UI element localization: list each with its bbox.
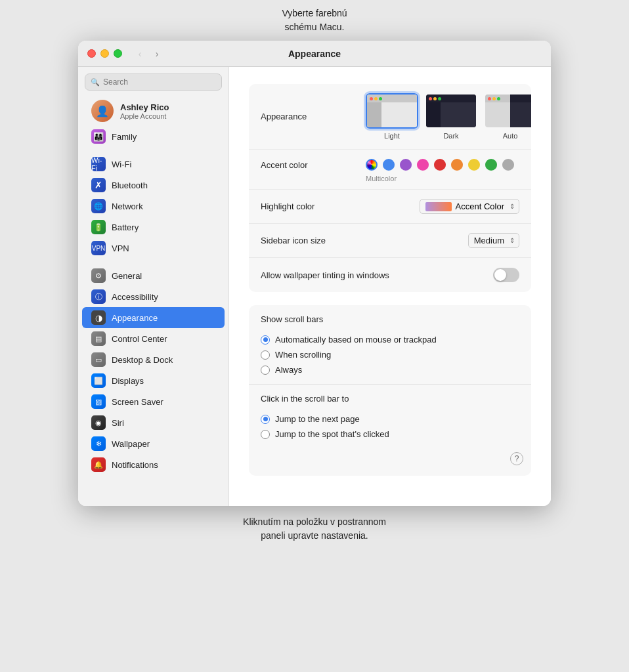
help-button[interactable]: ? (510, 452, 523, 465)
appearance-dark-label: Dark (443, 132, 458, 140)
radio-clicked-text: Jump to the spot that's clicked (275, 429, 389, 439)
sidebar-item-label: Wallpaper (112, 439, 150, 449)
titlebar: ‹ › Appearance (78, 41, 551, 67)
accent-color-control: Multicolor (366, 159, 519, 182)
sidebar-icon-size-control: Medium (366, 233, 519, 248)
accent-orange[interactable] (451, 159, 463, 171)
radio-always[interactable]: Always (261, 365, 519, 375)
sidebar-icon-size-value: Medium (474, 236, 504, 245)
maximize-button[interactable] (114, 49, 122, 58)
sidebar-item-label: Family (112, 132, 137, 142)
radio-when-scrolling[interactable]: When scrolling (261, 350, 519, 360)
radio-clicked-spot[interactable]: Jump to the spot that's clicked (261, 429, 519, 439)
sidebar-item-bluetooth[interactable]: ✗ Bluetooth (82, 175, 225, 196)
traffic-lights (87, 49, 122, 58)
appearance-option-light[interactable]: Light (366, 93, 418, 140)
sidebar-item-desktop-dock[interactable]: ▭ Desktop & Dock (82, 349, 225, 370)
tl-red (488, 97, 491, 100)
screen-saver-icon: ▨ (91, 394, 106, 409)
user-section[interactable]: 👤 Ashley Rico Apple Account (82, 96, 225, 126)
sidebar-item-general[interactable]: ⚙ General (82, 265, 225, 286)
sidebar-item-vpn[interactable]: VPN VPN (82, 238, 225, 259)
wallpaper-tinting-control (389, 268, 519, 282)
titlebar-nav: ‹ › (133, 47, 164, 61)
accent-green[interactable] (485, 159, 497, 171)
back-button[interactable]: ‹ (133, 47, 147, 61)
close-button[interactable] (87, 49, 96, 58)
sidebar-item-label: Appearance (112, 313, 158, 323)
accent-purple[interactable] (400, 159, 412, 171)
tl-green (379, 97, 382, 100)
sidebar-item-label: Siri (112, 418, 124, 428)
accent-blue[interactable] (383, 159, 395, 171)
tl-yellow (433, 97, 437, 100)
sidebar-item-displays[interactable]: ⬜ Displays (82, 370, 225, 391)
sidebar-item-screen-saver[interactable]: ▨ Screen Saver (82, 391, 225, 412)
highlight-color-value: Accent Color (456, 201, 504, 211)
sidebar-item-accessibility[interactable]: ⓘ Accessibility (82, 286, 225, 307)
sidebar-item-siri[interactable]: ◉ Siri (82, 412, 225, 433)
radio-auto[interactable]: Automatically based on mouse or trackpad (261, 335, 519, 345)
accent-red[interactable] (434, 159, 446, 171)
sidebar-item-label: Network (112, 201, 143, 211)
appearance-label: Appearance (261, 112, 366, 121)
notifications-icon: 🔔 (91, 457, 106, 472)
wallpaper-tinting-toggle[interactable] (493, 268, 519, 282)
window-title: Appearance (288, 49, 341, 59)
accent-color-row: Accent color (249, 150, 531, 190)
network-icon: 🌐 (91, 199, 106, 213)
accent-multicolor[interactable] (366, 159, 378, 171)
user-sub: Apple Account (120, 112, 169, 120)
appearance-thumbnail-auto (484, 93, 531, 129)
window-body: 🔍 👤 Ashley Rico Apple Account 👨‍👩‍👧 Fami… (78, 67, 551, 506)
sidebar-item-label: Displays (112, 376, 144, 386)
tl-red (370, 97, 373, 100)
highlight-color-dropdown[interactable]: Accent Color (420, 199, 519, 214)
sidebar-item-battery[interactable]: 🔋 Battery (82, 217, 225, 238)
accent-pink[interactable] (417, 159, 429, 171)
appearance-thumbnail-dark (425, 93, 477, 129)
sidebar-item-family[interactable]: 👨‍👩‍👧 Family (82, 126, 225, 147)
control-center-icon: ▤ (91, 331, 106, 346)
appearance-option-auto[interactable]: Auto (484, 93, 531, 140)
show-scroll-bars-label: Show scroll bars (261, 314, 519, 324)
radio-next-page-text: Jump to the next page (275, 414, 360, 424)
accent-row (366, 159, 514, 171)
accent-yellow[interactable] (468, 159, 480, 171)
appearance-control: Light (366, 93, 531, 140)
sidebar-item-network[interactable]: 🌐 Network (82, 196, 225, 217)
family-icon: 👨‍👩‍👧 (91, 129, 106, 144)
vpn-icon: VPN (91, 241, 106, 255)
avatar: 👤 (91, 100, 114, 122)
appearance-option-dark[interactable]: Dark (425, 93, 477, 140)
search-box[interactable]: 🔍 (85, 74, 222, 91)
search-input[interactable] (103, 77, 216, 87)
accent-color-label: Accent color (261, 159, 366, 170)
highlight-color-row: Highlight color Accent Color (249, 190, 531, 224)
displays-icon: ⬜ (91, 373, 106, 388)
sidebar-item-label: Battery (112, 222, 139, 232)
sidebar-item-notifications[interactable]: 🔔 Notifications (82, 454, 225, 475)
sidebar-item-wallpaper[interactable]: ❄ Wallpaper (82, 433, 225, 454)
accent-colors: Multicolor (366, 159, 514, 182)
sidebar-icon-size-row: Sidebar icon size Medium (249, 224, 531, 258)
toggle-knob (494, 269, 506, 281)
sidebar-item-wifi[interactable]: Wi-Fi Wi-Fi (82, 154, 225, 175)
bluetooth-icon: ✗ (91, 178, 106, 192)
sidebar-icon-size-dropdown[interactable]: Medium (468, 233, 519, 248)
search-container: 🔍 (78, 74, 228, 96)
radio-auto-circle (261, 335, 270, 345)
sidebar-item-control-center[interactable]: ▤ Control Center (82, 328, 225, 349)
appearance-auto-label: Auto (503, 132, 518, 140)
forward-button[interactable]: › (150, 47, 164, 61)
sidebar-item-appearance[interactable]: ◑ Appearance (82, 307, 225, 328)
appearance-options: Light (366, 93, 531, 140)
appearance-section: Appearance (249, 84, 531, 292)
accent-graphite[interactable] (502, 159, 514, 171)
wallpaper-icon: ❄ (91, 436, 106, 451)
minimize-button[interactable] (100, 49, 109, 58)
sidebar: 🔍 👤 Ashley Rico Apple Account 👨‍👩‍👧 Fami… (78, 67, 229, 506)
battery-icon: 🔋 (91, 220, 106, 234)
radio-next-page[interactable]: Jump to the next page (261, 414, 519, 424)
scroll-bar-click-group: Click in the scroll bar to Jump to the n… (249, 385, 531, 448)
